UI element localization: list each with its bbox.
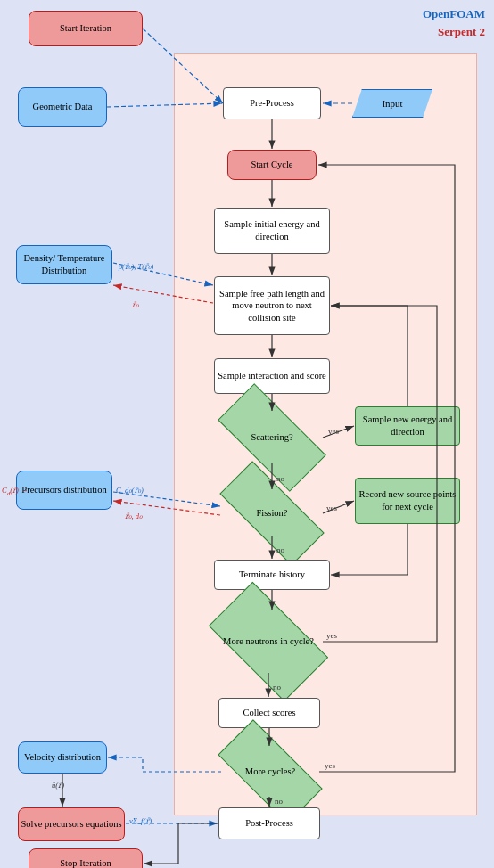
r0-label: r̄₀ xyxy=(132,300,138,309)
more-neutrons-diamond: More neutrons in cycle? xyxy=(215,610,322,673)
precursors-dist-box: Precursors distribution xyxy=(16,471,112,510)
scattering-diamond: Scattering? xyxy=(221,412,323,463)
serpent-label: Serpent 2 xyxy=(438,25,485,39)
pre-process-box: Pre-Process xyxy=(223,87,321,119)
sample-interaction-box: Sample interaction and score xyxy=(214,358,330,394)
collect-scores-box: Collect scores xyxy=(218,698,320,728)
more-cycles-diamond: More cycles? xyxy=(221,747,319,797)
stop-iteration-box: Stop Iteration xyxy=(29,848,143,868)
openfoam-label: OpenFOAM xyxy=(423,7,485,21)
sample-initial-box: Sample initial energy and direction xyxy=(214,208,330,254)
sample-new-energy-box: Sample new energy and direction xyxy=(355,406,460,446)
nu-sigma-label: νΣ_f(r̄) xyxy=(129,816,152,825)
sample-free-path-box: Sample free path length and move neutron… xyxy=(214,276,330,335)
cd-r-label: Cd(r̄) → xyxy=(2,486,29,497)
r0-d0-label: r̄₀, d₀ xyxy=(125,512,142,520)
u-r-label: ū(r̄) xyxy=(52,781,64,790)
rho-T-label: ρ(r̄₀), T(r̄₀) xyxy=(119,262,153,271)
start-cycle-box: Start Cycle xyxy=(227,150,317,180)
input-box: Input xyxy=(352,89,432,118)
solve-precursors-box: Solve precursors equations xyxy=(18,807,125,841)
terminate-history-box: Terminate history xyxy=(214,560,330,590)
record-source-box: Record new source points for next cycle xyxy=(355,478,460,524)
velocity-dist-box: Velocity distribution xyxy=(18,741,107,774)
post-process-box: Post-Process xyxy=(218,807,320,839)
fission-diamond: Fission? xyxy=(221,490,323,536)
cd0-r0-label: C_d₀(r̄₀) xyxy=(116,486,144,495)
geometric-data-box: Geometric Data xyxy=(18,87,107,127)
start-iteration-box: Start Iteration xyxy=(29,11,143,46)
density-temp-box: Density/ Temperature Distribution xyxy=(16,245,112,284)
